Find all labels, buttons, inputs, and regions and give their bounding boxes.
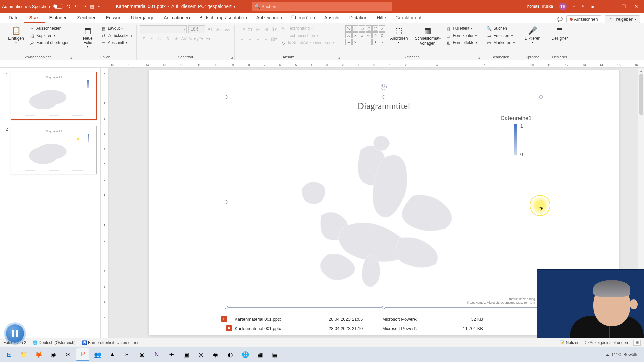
- format-painter-button[interactable]: 🖌Format übertragen: [28, 40, 70, 46]
- start-menu-icon[interactable]: ⊞: [3, 348, 15, 361]
- weather-widget[interactable]: ☁ 11°C Bewölk: [605, 352, 641, 357]
- indent-dec-icon[interactable]: ⇤: [254, 25, 262, 33]
- shape-line-icon[interactable]: ＼: [345, 25, 352, 32]
- map-chart-europe[interactable]: [260, 130, 474, 287]
- app-icon[interactable]: ◉: [136, 348, 148, 361]
- shape-arrow2-icon[interactable]: ⇨: [366, 32, 372, 38]
- tab-start[interactable]: Start: [24, 13, 45, 23]
- align-right-icon[interactable]: ≡: [254, 35, 262, 42]
- autosave-toggle[interactable]: Automatisches Speichern: [2, 4, 63, 9]
- document-title[interactable]: Kartenmaterial 001.pptx • Auf "diesem PC…: [116, 4, 235, 9]
- thumbnail-pane[interactable]: 1 Diagrammtitel 2 Diagrammtitel: [0, 68, 101, 353]
- thumbnail-preview[interactable]: Diagrammtitel: [11, 126, 97, 174]
- highlight-icon[interactable]: 🖍▾: [196, 35, 204, 42]
- user-name[interactable]: Thomas Hruska: [525, 4, 553, 9]
- columns-icon[interactable]: ▥▾: [270, 35, 278, 42]
- shape-tri2-icon[interactable]: △: [345, 32, 352, 38]
- underline-icon[interactable]: U: [156, 35, 163, 42]
- resize-handle[interactable]: [225, 306, 228, 309]
- share-button[interactable]: ↗Freigeben▾: [605, 15, 640, 23]
- reset-button[interactable]: ↺Zurücksetzen: [100, 33, 133, 39]
- numbering-icon[interactable]: ≡▾: [246, 25, 254, 33]
- app6-icon[interactable]: ▤: [268, 348, 281, 361]
- vlc-icon[interactable]: ▲: [106, 348, 119, 361]
- thumbnail-preview[interactable]: Diagrammtitel: [11, 72, 97, 120]
- italic-icon[interactable]: K: [148, 35, 155, 42]
- recording-pause-button[interactable]: [6, 324, 24, 343]
- search-box[interactable]: 🔍: [252, 2, 392, 11]
- quick-styles-button[interactable]: ▦ Schnellformat- vorlagen: [413, 25, 443, 46]
- record-button[interactable]: Aufzeichnen: [566, 15, 602, 23]
- scrollbar-thumb[interactable]: [639, 74, 643, 115]
- tab-animationen[interactable]: Animationen: [159, 13, 195, 23]
- outlook-icon[interactable]: ✉: [62, 348, 74, 361]
- shapes-gallery[interactable]: ＼／▭▢◯▷ △↗◇⇨☆⬡ ∿⤷{}✦▾: [345, 25, 385, 45]
- shadow-icon[interactable]: ab: [172, 35, 179, 42]
- undo-icon[interactable]: ↶: [74, 3, 79, 9]
- font-size-combo[interactable]: 18,6▾: [188, 25, 205, 33]
- shape-more-icon[interactable]: ▾: [379, 39, 385, 45]
- maximize-icon[interactable]: ☐: [618, 2, 629, 10]
- launcher-icon[interactable]: ◢: [478, 56, 480, 59]
- align-center-icon[interactable]: ≡: [246, 35, 254, 42]
- case-icon[interactable]: Aa▾: [188, 35, 196, 42]
- comments-icon[interactable]: 💬: [557, 17, 563, 22]
- tab-ueberpruefen[interactable]: Überprüfen: [287, 13, 320, 23]
- tab-ansicht[interactable]: Ansicht: [320, 13, 344, 23]
- launcher-icon[interactable]: ◢: [338, 56, 340, 59]
- find-button[interactable]: 🔍Suchen: [485, 25, 515, 32]
- thumbnail-slide-2[interactable]: 2 Diagrammtitel: [3, 126, 97, 174]
- resize-handle[interactable]: [539, 95, 543, 99]
- shape-arrow-icon[interactable]: ↗: [352, 32, 358, 38]
- scroll-up-icon[interactable]: ▲: [638, 68, 644, 74]
- start-from-beginning-icon[interactable]: ▦: [90, 3, 95, 9]
- app5-icon[interactable]: ▦: [254, 348, 266, 361]
- resize-handle[interactable]: [225, 200, 228, 204]
- char-spacing-icon[interactable]: AV: [180, 35, 187, 42]
- obs-icon[interactable]: ◎: [195, 348, 207, 361]
- chart-selection-frame[interactable]: Diagrammtitel Datenreihe1 1 0: [226, 97, 541, 308]
- app3-icon[interactable]: ◉: [209, 348, 222, 361]
- qat-dropdown-icon[interactable]: ▾: [98, 5, 100, 8]
- teams-icon[interactable]: 👥: [91, 348, 104, 361]
- telegram-icon[interactable]: ✈: [165, 348, 178, 361]
- chevron-down-icon[interactable]: ▾: [234, 5, 235, 8]
- window-layout-icon[interactable]: ▣: [591, 4, 594, 9]
- shape-fill-button[interactable]: ◍Fülleffekt▾: [445, 25, 478, 32]
- font-family-combo[interactable]: ▾: [140, 25, 187, 33]
- replace-button[interactable]: ⇄Ersetzen▾: [485, 33, 515, 39]
- snipping-icon[interactable]: ✂: [121, 348, 133, 361]
- toggle-off-icon[interactable]: [53, 4, 63, 9]
- tab-entwurf[interactable]: Entwurf: [101, 13, 126, 23]
- arrange-button[interactable]: ⬚ Anordnen▾: [387, 25, 411, 45]
- justify-icon[interactable]: ≡: [262, 35, 270, 42]
- redo-icon[interactable]: ↷: [82, 3, 87, 9]
- accessibility-checker[interactable]: ♿ Barrierefreiheit: Untersuchen: [82, 340, 140, 345]
- shape-brace-icon[interactable]: {: [359, 39, 365, 45]
- rotate-handle-icon[interactable]: [381, 84, 387, 90]
- shape-tri-icon[interactable]: ▷: [379, 25, 385, 32]
- shape-line2-icon[interactable]: ／: [352, 25, 358, 32]
- text-direction-button[interactable]: ↳Textrichtung▾: [280, 25, 335, 32]
- layout-button[interactable]: ▦Layout▾: [100, 25, 133, 32]
- strike-icon[interactable]: S̶: [164, 35, 171, 42]
- minimize-icon[interactable]: —: [605, 2, 616, 10]
- tab-aufzeichnen[interactable]: Aufzeichnen: [252, 13, 287, 23]
- normal-view-icon[interactable]: ▦: [633, 340, 641, 346]
- resize-handle[interactable]: [382, 95, 385, 99]
- cut-button[interactable]: ✂Ausschneiden: [28, 25, 70, 32]
- shape-rrect-icon[interactable]: ▢: [366, 25, 372, 32]
- clear-format-icon[interactable]: Aₓ: [224, 25, 231, 33]
- decrease-font-icon[interactable]: A↓: [215, 25, 222, 33]
- user-avatar-icon[interactable]: TH: [559, 3, 567, 10]
- firefox-icon[interactable]: 🦊: [32, 348, 45, 361]
- shape-oval-icon[interactable]: ◯: [372, 25, 378, 32]
- powerpoint-icon[interactable]: P: [76, 348, 89, 361]
- diamond-icon[interactable]: ⟡: [573, 4, 575, 9]
- save-icon[interactable]: 🖫: [66, 4, 71, 9]
- tab-zeichnen[interactable]: Zeichnen: [72, 13, 101, 23]
- tab-hilfe[interactable]: Hilfe: [372, 13, 391, 23]
- language-indicator[interactable]: 🌐 Deutsch (Österreich): [33, 340, 76, 345]
- new-slide-button[interactable]: ▤ Neue Folie ▾: [77, 25, 98, 49]
- tab-dictation[interactable]: Dictation: [344, 13, 372, 23]
